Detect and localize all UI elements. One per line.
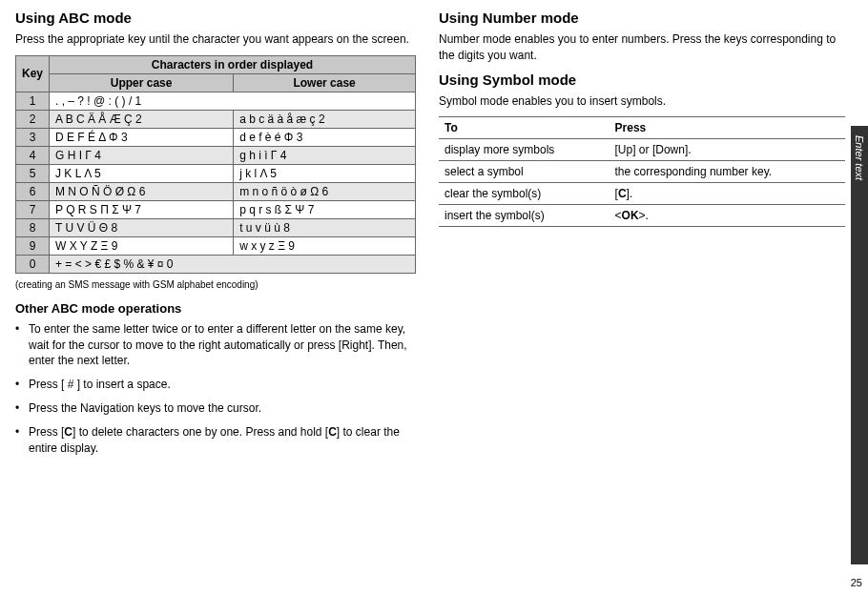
cell-to: display more symbols (439, 139, 610, 161)
cell-upper: P Q R S Π Σ Ψ 7 (50, 200, 234, 218)
cell-upper: A B C Ä Å Æ Ç 2 (50, 110, 234, 128)
table-row: 2A B C Ä Å Æ Ç 2a b c ä à å æ ç 2 (16, 110, 416, 128)
cell-lower: w x y z Ξ 9 (234, 236, 416, 255)
cell-press: the corresponding number key. (610, 161, 845, 183)
cell-to: clear the symbol(s) (439, 183, 610, 205)
cell-key: 7 (16, 200, 50, 218)
table-caption: (creating an SMS message with GSM alphab… (15, 279, 416, 290)
abc-intro-text: Press the appropriate key until the char… (15, 31, 416, 48)
table-row: 4G H I Γ 4g h i ì Γ 4 (16, 146, 416, 164)
list-item-text: Press the Navigation keys to move the cu… (29, 400, 261, 417)
table-row: 1. , – ? ! @ : ( ) / 1 (16, 92, 416, 110)
list-item-text: Press [C] to delete characters one by on… (29, 424, 416, 457)
bullet-dot: • (15, 400, 29, 417)
cell-lower: a b c ä à å æ ç 2 (234, 110, 416, 128)
cell-to: select a symbol (439, 161, 610, 183)
list-item: •To enter the same letter twice or to en… (15, 321, 416, 369)
table-row: select a symbolthe corresponding number … (439, 161, 845, 183)
cell-lower: m n o ñ ö ò ø Ω 6 (234, 182, 416, 200)
heading-number-mode: Using Number mode (439, 10, 845, 26)
cell-press: [C]. (610, 183, 845, 205)
cell-key: 8 (16, 218, 50, 236)
press-table: To Press display more symbols[Up] or [Do… (439, 116, 845, 227)
table-row: display more symbols[Up] or [Down]. (439, 139, 845, 161)
cell-upper: W X Y Z Ξ 9 (50, 236, 234, 255)
cell-lower: t u v ü ù 8 (234, 218, 416, 236)
bullet-dot: • (15, 321, 29, 369)
cell-lower: d e f è é Φ 3 (234, 128, 416, 146)
page-number: 25 (851, 577, 862, 588)
th-to: To (439, 117, 610, 139)
cell-to: insert the symbol(s) (439, 205, 610, 227)
heading-symbol-mode: Using Symbol mode (439, 72, 845, 88)
bullet-dot: • (15, 424, 29, 457)
cell-key: 6 (16, 182, 50, 200)
cell-upper: T U V Ü Θ 8 (50, 218, 234, 236)
symbol-mode-text: Symbol mode enables you to insert symbol… (439, 93, 845, 110)
cell-key: 5 (16, 164, 50, 182)
heading-abc-mode: Using ABC mode (15, 10, 416, 26)
cell-key: 1 (16, 92, 50, 110)
cell-press: <OK>. (610, 205, 845, 227)
table-row: 0+ = < > € £ $ % & ¥ ¤ 0 (16, 255, 416, 273)
cell-upper: D E F É Δ Φ 3 (50, 128, 234, 146)
cell-key: 3 (16, 128, 50, 146)
heading-other-ops: Other ABC mode operations (15, 301, 416, 316)
table-row: 5J K L Λ 5j k l Λ 5 (16, 164, 416, 182)
table-row: 7P Q R S Π Σ Ψ 7p q r s ß Σ Ψ 7 (16, 200, 416, 218)
table-row: 8T U V Ü Θ 8t u v ü ù 8 (16, 218, 416, 236)
table-row: clear the symbol(s)[C]. (439, 183, 845, 205)
cell-lower: p q r s ß Σ Ψ 7 (234, 200, 416, 218)
table-row: 3D E F É Δ Φ 3d e f è é Φ 3 (16, 128, 416, 146)
cell-upper: + = < > € £ $ % & ¥ ¤ 0 (50, 255, 416, 273)
cell-upper: G H I Γ 4 (50, 146, 234, 164)
cell-key: 4 (16, 146, 50, 164)
cell-press: [Up] or [Down]. (610, 139, 845, 161)
cell-lower: g h i ì Γ 4 (234, 146, 416, 164)
number-mode-text: Number mode enables you to enter numbers… (439, 31, 845, 64)
list-item: •Press [ # ] to insert a space. (15, 377, 416, 393)
cell-key: 0 (16, 255, 50, 273)
table-row: 6M N O Ñ Ö Ø Ω 6m n o ñ ö ò ø Ω 6 (16, 182, 416, 200)
cell-lower: j k l Λ 5 (234, 164, 416, 182)
bullet-list: •To enter the same letter twice or to en… (15, 321, 416, 457)
list-item: •Press [C] to delete characters one by o… (15, 424, 416, 457)
bullet-dot: • (15, 377, 29, 393)
th-lower: Lower case (234, 73, 416, 92)
cell-upper: . , – ? ! @ : ( ) / 1 (50, 92, 416, 110)
cell-key: 9 (16, 236, 50, 255)
char-table: Key Characters in order displayed Upper … (15, 55, 416, 274)
th-upper: Upper case (50, 73, 234, 92)
table-row: 9W X Y Z Ξ 9w x y z Ξ 9 (16, 236, 416, 255)
th-chars: Characters in order displayed (50, 55, 416, 73)
th-key: Key (16, 55, 50, 92)
cell-upper: J K L Λ 5 (50, 164, 234, 182)
side-tab: Enter text (851, 126, 868, 564)
th-press: Press (610, 117, 845, 139)
cell-key: 2 (16, 110, 50, 128)
list-item-text: To enter the same letter twice or to ent… (29, 321, 416, 369)
list-item-text: Press [ # ] to insert a space. (29, 377, 171, 393)
list-item: •Press the Navigation keys to move the c… (15, 400, 416, 417)
cell-upper: M N O Ñ Ö Ø Ω 6 (50, 182, 234, 200)
table-row: insert the symbol(s)<OK>. (439, 205, 845, 227)
